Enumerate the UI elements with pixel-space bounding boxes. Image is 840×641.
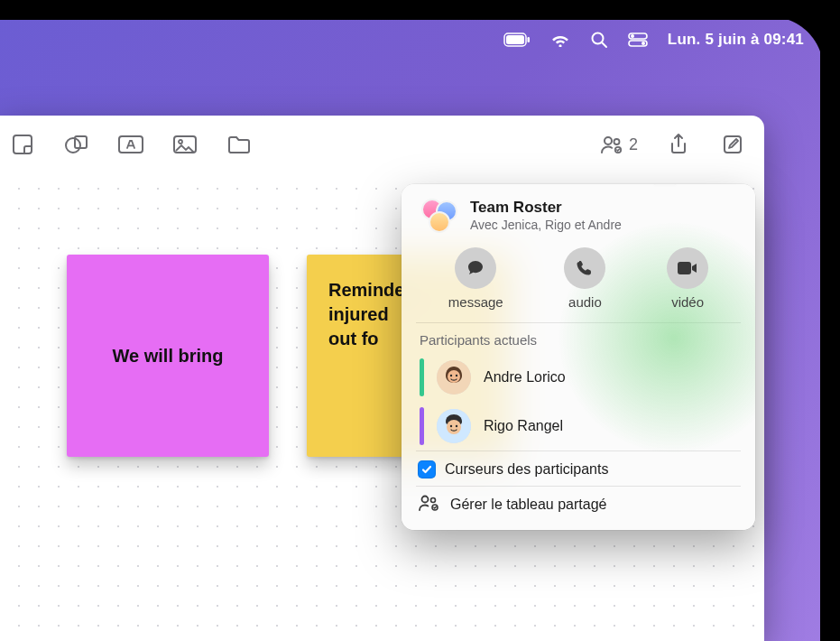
desktop-background: Lun. 5 juin à 09:41 [0,0,840,641]
svg-rect-19 [678,262,691,274]
spotlight-icon[interactable] [590,31,608,49]
participants-section-label: Participants actuels [402,323,755,353]
sticky-note-tool-icon[interactable] [4,126,42,163]
participant-cursors-label: Curseurs des participants [445,461,608,478]
manage-shared-board-label: Gérer le tableau partagé [450,497,606,513]
svg-point-15 [605,137,612,144]
participant-name: Rigo Rangel [484,418,563,434]
svg-point-10 [66,138,80,153]
presence-bar [420,358,424,396]
svg-point-6 [631,34,634,38]
message-icon [455,247,496,289]
svg-point-8 [642,42,645,45]
avatar-icon [437,409,471,443]
files-tool-icon[interactable] [220,126,258,163]
svg-point-14 [179,140,182,144]
manage-shared-board-button[interactable]: Gérer le tableau partagé [402,487,755,525]
sticky-note-text: Reminde injured out fo [328,278,404,351]
popover-title: Team Roster [470,199,622,217]
collaborators-manage-icon [418,494,439,516]
sticky-note-text: We will bring [113,346,224,367]
svg-point-28 [422,497,429,503]
svg-point-16 [614,139,619,144]
participant-name: Andre Lorico [484,369,566,386]
avatar-icon [437,360,471,395]
menubar-clock[interactable]: Lun. 5 juin à 09:41 [668,31,804,49]
avatar-stack-icon [420,199,459,233]
svg-rect-9 [14,135,32,153]
shapes-tool-icon[interactable] [58,126,96,163]
svg-point-21 [448,370,460,383]
device-bezel-right [820,0,840,641]
svg-point-27 [456,425,457,427]
svg-rect-18 [725,136,741,153]
compose-button-icon[interactable] [714,126,752,163]
svg-line-4 [602,43,606,48]
audio-label: audio [568,294,602,310]
collaborators-button[interactable]: 2 [595,126,643,163]
collaborators-count: 2 [629,135,638,154]
svg-rect-2 [527,37,530,42]
message-button[interactable]: message [448,247,503,310]
share-button-icon[interactable] [660,126,697,163]
svg-point-25 [447,420,461,434]
participant-cursors-toggle[interactable]: Curseurs des participants [402,451,755,486]
text-box-tool-icon[interactable] [112,126,150,163]
svg-rect-12 [119,136,143,153]
participant-row[interactable]: Andre Lorico [402,353,755,402]
video-button[interactable]: vidéo [667,247,708,310]
presence-bar [420,407,424,445]
menubar: Lun. 5 juin à 09:41 [0,20,820,60]
popover-actions: message audio vidéo [402,242,755,322]
message-label: message [448,294,503,310]
svg-rect-1 [506,35,524,44]
participant-row[interactable]: Rigo Rangel [402,402,755,451]
device-bezel-top [0,0,840,20]
video-label: vidéo [671,294,704,310]
media-tool-icon[interactable] [166,126,204,163]
battery-icon[interactable] [503,33,531,47]
svg-point-29 [431,498,436,503]
collaboration-popover: Team Roster Avec Jenica, Rigo et Andre m… [402,184,755,530]
popover-header: Team Roster Avec Jenica, Rigo et Andre [402,197,755,242]
video-icon [667,247,708,289]
popover-arrow [654,184,676,186]
checkbox-checked-icon [418,460,436,478]
svg-point-3 [592,33,603,44]
audio-button[interactable]: audio [564,247,605,310]
svg-point-26 [450,425,452,427]
phone-icon [564,247,605,289]
toolbar: 2 [0,116,764,173]
wifi-icon[interactable] [550,33,570,47]
svg-point-23 [456,375,457,376]
svg-point-22 [450,375,452,376]
sticky-note-pink[interactable]: We will bring [67,255,269,457]
popover-subtitle: Avec Jenica, Rigo et Andre [470,218,622,233]
control-center-icon[interactable] [628,33,648,47]
